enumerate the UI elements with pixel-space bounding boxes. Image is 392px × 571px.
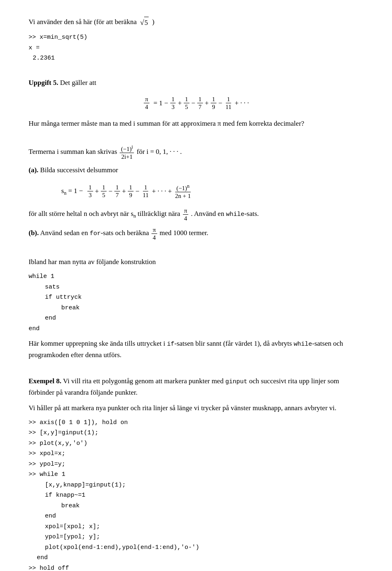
- exempel8-text: Vi vill rita ett polygontåg genom att ma…: [29, 377, 339, 396]
- while-loop-code: while 1 sats if uttryck break end end: [29, 271, 363, 334]
- ex8-line-4: >> xpol=x;: [29, 449, 363, 459]
- anvand-while-text: . Använd en while-sats.: [191, 210, 258, 218]
- part-b-label: (b).: [29, 229, 39, 237]
- part-a-paragraph: (a). Bilda successivt delsummor: [29, 164, 363, 176]
- sn-formula-block: sn = 1 − 1 3 + 1 5 − 1 7 + 1 9 − 1 11 + …: [29, 183, 363, 200]
- frac-pi-num: π: [144, 96, 149, 103]
- ex8-line-14: end: [37, 553, 363, 563]
- termerna-paragraph: Termerna i summan kan skrivas (−1)i 2i+1…: [29, 144, 363, 160]
- while-1-line: while 1: [29, 271, 363, 282]
- exempel8-paragraph: Exempel 8. Vi vill rita ett polygontåg g…: [29, 375, 363, 398]
- dots-sn: + · · · +: [152, 186, 172, 197]
- frac-pi-4-inline: π 4: [183, 207, 189, 222]
- frac-pi-4: π 4: [144, 96, 149, 111]
- uppgift5-label: Uppgift 5.: [29, 79, 58, 87]
- frac-neg1i-2i1: (−1)i 2i+1: [120, 144, 134, 160]
- frac-1-7-sn: 1 7: [114, 184, 120, 199]
- frac-pi-4-b: π 4: [151, 226, 157, 241]
- plus-sign-2: +: [205, 98, 209, 109]
- page-content: Vi använder den så här (för att beräkna …: [29, 16, 363, 571]
- minus-sign-1: −: [192, 98, 196, 109]
- pi-formula-block: π 4 = 1 − 1 3 + 1 5 − 1 7 + 1 9 − 1 11 +…: [29, 96, 363, 111]
- frac-1-9-sn: 1 9: [128, 184, 134, 199]
- exempel8-label: Exempel 8.: [29, 377, 61, 385]
- num-1: 1: [170, 96, 176, 103]
- frac-1-7: 1 7: [197, 96, 203, 111]
- frac-1-5-sn: 1 5: [101, 184, 107, 199]
- den-11: 11: [224, 103, 232, 111]
- ex8-line-1: >> axis([0 1 0 1]), hold on: [29, 418, 363, 428]
- den-7: 7: [197, 103, 203, 111]
- termerna-text: Termerna i summan kan skrivas: [29, 148, 119, 156]
- ex8-line-13: plot(xpol(end-1:end),ypol(end-1:end),'o-…: [45, 542, 363, 553]
- frac-neg1n-2n1: (−1)n 2n + 1: [174, 183, 192, 200]
- frac-1-3-sn: 1 3: [87, 184, 93, 199]
- frac-1-11-sn: 1 11: [141, 184, 149, 199]
- ibland-paragraph: Ibland har man nytta av följande konstru…: [29, 256, 363, 267]
- frac-1-9: 1 9: [211, 96, 216, 111]
- frac-pi-den: 4: [144, 103, 149, 111]
- ex8-line-6: >> while 1: [29, 469, 363, 480]
- termerna-frac: (−1)i 2i+1: [119, 144, 135, 160]
- equals-sign: = 1 −: [154, 98, 168, 109]
- for-allt-paragraph: för allt större heltal n och avbryt när …: [29, 207, 363, 222]
- ex8-line-2: >> [x,y]=ginput(1);: [29, 428, 363, 438]
- sats-line: sats: [45, 282, 363, 293]
- frac-1-3: 1 3: [170, 96, 176, 111]
- num-1c: 1: [197, 96, 203, 103]
- num-1e: 1: [226, 96, 232, 103]
- anvand-sedan-text: Använd sedan en for-sats och beräkna: [40, 229, 151, 237]
- frac-1-11: 1 11: [224, 96, 232, 111]
- intro-text-1: Vi använder den så här (för att beräkna: [29, 18, 137, 26]
- plus-dots: + · · ·: [235, 98, 249, 109]
- num-1b: 1: [184, 96, 189, 103]
- part-a-label: (a).: [29, 166, 38, 174]
- plus-sign-1: +: [178, 98, 182, 109]
- example8-code: >> axis([0 1 0 1]), hold on >> [x,y]=gin…: [29, 418, 363, 571]
- den-3: 3: [170, 103, 176, 111]
- end-line-inner: end: [45, 313, 363, 324]
- uppgift5-heading: Uppgift 5. Det gäller att: [29, 77, 363, 88]
- minus-sn1: −: [109, 186, 113, 197]
- frac-1-5: 1 5: [184, 96, 189, 111]
- det-galler-text: Det gäller att: [60, 79, 96, 87]
- end-line-outer: end: [29, 324, 363, 334]
- ex8-line-15: >> hold off: [29, 563, 363, 571]
- intro-paragraph: Vi använder den så här (för att beräkna …: [29, 16, 363, 28]
- ex8-line-7: [x,y,knapp]=ginput(1);: [45, 480, 363, 491]
- har-kommer-paragraph: Här kommer upprepning ske ända tills utt…: [29, 338, 363, 360]
- for-i-text: för i = 0, 1, · · · .: [137, 148, 182, 156]
- ex8-line-9: break: [61, 501, 363, 511]
- pi-over-4-b: π 4: [151, 226, 158, 241]
- ex8-line-3: >> plot(x,y,'o'): [29, 438, 363, 449]
- num-1d: 1: [211, 96, 216, 103]
- plus-sn2: +: [122, 186, 126, 197]
- hur-manga-paragraph: Hur många termer måste man ta med i summ…: [29, 118, 363, 129]
- closing-paren: ): [152, 18, 155, 26]
- sqrt-expression: √5: [140, 17, 149, 28]
- minus-sn2: −: [136, 186, 140, 197]
- neg1i-num: (−1)i: [120, 144, 134, 153]
- if-uttryck-line: if uttryck: [45, 292, 363, 303]
- plus-sn1: +: [95, 186, 99, 197]
- break-line: break: [61, 303, 363, 313]
- code-line-x: x =: [29, 43, 363, 53]
- ex8-line-12: ypol=[ypol; y];: [45, 532, 363, 542]
- pi-over-4-inline: π 4: [182, 207, 189, 222]
- med-1000-text: med 1000 termer.: [160, 229, 208, 237]
- vi-haller-paragraph: Vi håller på att markera nya punkter och…: [29, 402, 363, 413]
- den-5: 5: [184, 103, 189, 111]
- sn-left: sn = 1 −: [61, 185, 83, 198]
- sqrt-radicand: 5: [144, 17, 149, 28]
- ex8-line-5: >> ypol=y;: [29, 459, 363, 470]
- ex8-line-11: xpol=[xpol; x];: [45, 522, 363, 532]
- minus-sign-2: −: [218, 98, 223, 109]
- code-line-val: 2.2361: [33, 53, 363, 64]
- ex8-line-8: if knapp~=1: [45, 490, 363, 501]
- for-allt-text: för allt större heltal n och avbryt när …: [29, 210, 182, 218]
- ex8-line-10: end: [45, 511, 363, 522]
- pi-over-4: π 4: [143, 96, 150, 111]
- part-b-paragraph: (b). Använd sedan en for-sats och beräkn…: [29, 226, 363, 241]
- den-9: 9: [211, 103, 216, 111]
- neg1i-den: 2i+1: [120, 153, 134, 160]
